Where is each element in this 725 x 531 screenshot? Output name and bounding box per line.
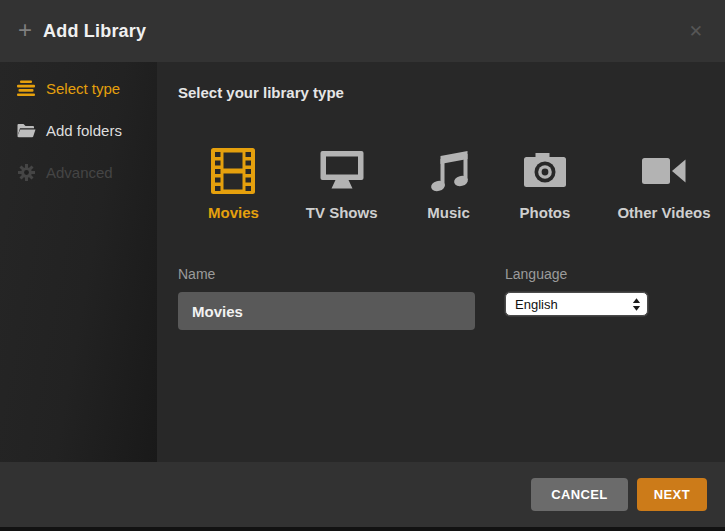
tv-monitor-icon: [318, 147, 366, 195]
camera-icon: [521, 147, 569, 195]
cancel-button[interactable]: CANCEL: [531, 478, 628, 511]
wizard-steps-sidebar: Select type Add folders: [0, 62, 157, 462]
sidebar-item-select-type[interactable]: Select type: [0, 74, 157, 102]
dialog-header: + Add Library ✕: [0, 0, 725, 62]
type-option-label: Other Videos: [617, 204, 710, 221]
film-strip-icon: [209, 147, 257, 195]
panel-heading: Select your library type: [178, 84, 725, 101]
sidebar-item-label: Select type: [46, 80, 120, 97]
close-icon[interactable]: ✕: [685, 19, 707, 44]
folder-icon: [16, 122, 36, 138]
library-fields: Name Language English: [178, 266, 725, 330]
type-option-movies[interactable]: Movies: [208, 147, 259, 221]
sidebar-item-advanced: Advanced: [0, 158, 157, 186]
type-option-other-videos[interactable]: Other Videos: [617, 147, 710, 221]
language-selected-value: English: [515, 297, 632, 312]
next-button[interactable]: NEXT: [637, 478, 707, 511]
list-lines-icon: [16, 80, 36, 96]
name-field-label: Name: [178, 266, 475, 282]
type-option-label: Movies: [208, 204, 259, 221]
type-option-label: Photos: [520, 204, 571, 221]
up-down-stepper-icon: [632, 297, 641, 312]
add-library-dialog: + Add Library ✕ Select type: [0, 0, 725, 531]
sidebar-item-add-folders[interactable]: Add folders: [0, 116, 157, 144]
library-name-input[interactable]: [178, 292, 475, 330]
type-option-tv-shows[interactable]: TV Shows: [306, 147, 378, 221]
type-option-label: TV Shows: [306, 204, 378, 221]
video-camera-icon: [640, 147, 688, 195]
sidebar-item-label: Advanced: [46, 164, 113, 181]
gear-icon: [16, 164, 36, 181]
language-select[interactable]: English: [505, 292, 648, 316]
type-option-label: Music: [427, 204, 470, 221]
dialog-footer: CANCEL NEXT: [0, 462, 725, 527]
select-type-panel: Select your library type: [157, 62, 725, 462]
dialog-bottom-edge: [0, 527, 725, 531]
plus-icon: +: [18, 18, 32, 42]
sidebar-item-label: Add folders: [46, 122, 122, 139]
language-field-label: Language: [505, 266, 665, 282]
library-type-picker: Movies TV Shows: [208, 147, 725, 221]
music-note-icon: [425, 147, 473, 195]
type-option-photos[interactable]: Photos: [520, 147, 571, 221]
dialog-body: Select type Add folders: [0, 62, 725, 462]
type-option-music[interactable]: Music: [425, 147, 473, 221]
dialog-title: Add Library: [43, 21, 146, 42]
